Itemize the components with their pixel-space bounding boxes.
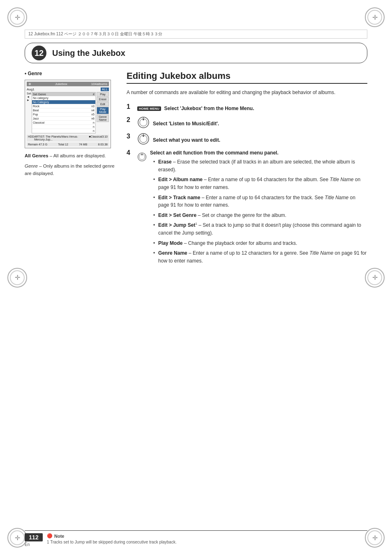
knob-icon-3: [137, 133, 150, 145]
step-3: 3 Select what you want to edit.: [127, 133, 367, 145]
edit-section-title: Editing Jukebox albums: [127, 71, 367, 84]
step-4-area: 4 Select an edit function from the comma…: [127, 149, 367, 267]
edit-intro-text: A number of commands are available for e…: [127, 89, 367, 97]
genre-desc: – Only albums in the selected genre are …: [25, 164, 115, 175]
jukebox-screen: ⊕ Jukebox 104albums Aug1 ALL Set ◄ ►: [25, 80, 111, 148]
bullet-edit-genre: Edit > Set Genre – Set or change the gen…: [153, 212, 367, 219]
bullet-edit-track-italic: Title Name: [325, 195, 348, 200]
bullet-edit-genre-bold: Edit > Set Genre: [158, 212, 196, 218]
bottom-source: ARTIST: The Planets/Mars-Venus-Mercury-J…: [34, 135, 89, 141]
step-4: 4 Select an edit function from the comma…: [127, 149, 367, 267]
corner-decoration-tl: ✛: [7, 7, 27, 27]
corner-decoration-tr: ✛: [365, 7, 385, 27]
step-2: 2 Select 'Listen to Music/Edit'.: [127, 116, 367, 129]
list-header-label: Set Genre: [33, 93, 46, 96]
bullet-erase: Erase – Erase the selected track (if all…: [153, 158, 367, 173]
list-item-9: n: [32, 129, 95, 133]
jukebox-bottom-bar: HDD ARTIST: The Planets/Mars-Venus-Mercu…: [27, 135, 109, 141]
note-icon: 🔴: [47, 533, 53, 539]
bullet-erase-bold: Erase: [158, 159, 172, 165]
list-item-4: Beatn4: [32, 108, 95, 113]
list-item-1: No category: [32, 96, 95, 100]
bottom-total: Total 12: [58, 143, 68, 146]
two-column-layout: • Genre ⊕ Jukebox 104albums Aug1 ALL Set…: [25, 71, 367, 271]
svg-point-10: [141, 154, 143, 155]
menu-genrename: Genre Name: [97, 115, 109, 122]
genre-italic: Genre: [25, 164, 38, 168]
bullet-edit-track-bold: Edit > Track name: [158, 195, 200, 200]
home-menu-badge: HOME MENU: [137, 106, 161, 111]
page-sub: En: [25, 542, 43, 547]
jukebox-left-controls: Set ◄ ►: [27, 92, 31, 134]
bullet-edit-track: Edit > Track name – Enter a name of up t…: [153, 194, 367, 209]
step-4-text: Select an edit function from the command…: [150, 147, 279, 156]
all-genres-text: All Genres – All albums are displayed.: [25, 152, 115, 159]
note-header: 🔴 Note: [47, 533, 367, 539]
step-4-text-block: Select an edit function from the command…: [150, 149, 367, 267]
step-3-text: Select what you want to edit.: [153, 134, 220, 144]
list-item-6: Jazzn6: [32, 117, 95, 121]
knob-icon-4: [137, 151, 147, 163]
jukebox-title-icon: ⊕: [28, 82, 31, 86]
bottom-classical: ■Classical: [89, 135, 102, 141]
genre-only-text: Genre – Only albums in the selected genr…: [25, 163, 115, 177]
step-1-number: 1: [127, 103, 134, 111]
step-2-text: Select 'Listen to Music/Edit'.: [153, 117, 219, 127]
bullet-genre-name-text: – Enter a name of up to 12 characters fo…: [187, 250, 310, 256]
jukebox-list-header: Set Genre #: [32, 92, 95, 96]
chapter-number: 12: [32, 46, 46, 60]
step-3-content: Select what you want to edit.: [137, 133, 220, 145]
list-item-5: Popn5: [32, 113, 95, 117]
list-item-8: n: [32, 125, 95, 129]
note-section: 🔴 Note 1 Tracks set to Jump will be skip…: [47, 533, 367, 545]
list-item-7: Classicaln: [32, 121, 95, 125]
step-2-content: Select 'Listen to Music/Edit'.: [137, 116, 219, 129]
bullet-play-mode-bold: Play Mode: [158, 240, 182, 246]
note-text: 1 Tracks set to Jump will be skipped dur…: [47, 539, 367, 545]
corner-decoration-ml: ✛: [7, 268, 27, 288]
prev-label: ◄: [27, 95, 31, 98]
step-4-content: Select an edit function from the command…: [137, 149, 367, 267]
all-genres-desc: – All albums are displayed.: [48, 153, 106, 158]
page-number-area: 112 En: [25, 533, 43, 547]
jukebox-right-menu: Play Erase Edit Play Mode Genre Name: [97, 92, 109, 134]
chapter-header: 12 Using the Jukebox: [25, 43, 367, 63]
bottom-bar: 112 En 🔴 Note 1 Tracks set to Jump will …: [25, 530, 367, 547]
bullet-genre-name-bold: Genre Name: [158, 250, 187, 256]
right-column: Editing Jukebox albums A number of comma…: [127, 71, 367, 271]
step-4-number: 4: [127, 149, 134, 157]
bullet-edit-genre-text: – Set or change the genre for the album.: [196, 212, 286, 218]
step-1: 1 HOME MENU Select 'Jukebox' from the Ho…: [127, 103, 367, 112]
bottom-time: 3:10: [102, 135, 108, 141]
bullet-edit-album: Edit > Album name – Enter a name of up t…: [153, 176, 367, 191]
menu-play: Play: [97, 92, 109, 97]
step-1-content: HOME MENU Select 'Jukebox' from the Home…: [137, 103, 254, 112]
bullet-edit-jump-bold: Edit > Jump Set: [158, 222, 195, 228]
menu-playmode: Play Mode: [97, 107, 109, 114]
bullet-edit-album-text: – Enter a name of up to 64 characters fo…: [203, 177, 330, 182]
list-item-3: Rockn3: [32, 104, 95, 108]
step-3-number: 3: [127, 133, 134, 140]
corner-decoration-mr: ✛: [365, 268, 385, 288]
bullet-play-mode: Play Mode – Change the playback order fo…: [153, 240, 367, 247]
jukebox-bottom-bar-2: Remain 47.3 G Total 12 74 MB 8:03.38: [27, 143, 109, 146]
bullet-edit-track-text: – Enter a name of up to 64 characters fo…: [200, 195, 325, 200]
bullet-edit-album-italic: Title Name: [330, 177, 353, 182]
bullet-erase-text: – Erase the selected track (if all track…: [158, 159, 355, 173]
set-label: Set: [27, 92, 31, 95]
bullet-edit-album-bold: Edit > Album name: [158, 177, 203, 182]
knob-icon-2: [137, 116, 150, 129]
jukebox-albums-count: 104albums: [91, 82, 107, 86]
chapter-title: Using the Jukebox: [52, 48, 125, 58]
top-bar: 12 Jukebox.fm 112 ページ ２００７年３月３０日 金曜日 午後５…: [25, 30, 367, 39]
corner-decoration-bl: ✛: [7, 528, 27, 548]
jukebox-title-text: Jukebox: [55, 82, 67, 86]
bullet-genre-name: Genre Name – Enter a name of up to 12 ch…: [153, 249, 367, 265]
corner-decoration-br: ✛: [365, 528, 385, 548]
left-column: • Genre ⊕ Jukebox 104albums Aug1 ALL Set…: [25, 71, 115, 271]
bottom-hdd: HDD: [28, 135, 34, 141]
bullet-list: Erase – Erase the selected track (if all…: [153, 158, 367, 265]
step-2-number: 2: [127, 116, 134, 124]
topbar-text: 12 Jukebox.fm 112 ページ ２００７年３月３０日 金曜日 午後５…: [28, 31, 162, 37]
bullet-edit-jump: Edit > Jump Set1 – Set a track to jump s…: [153, 221, 367, 237]
